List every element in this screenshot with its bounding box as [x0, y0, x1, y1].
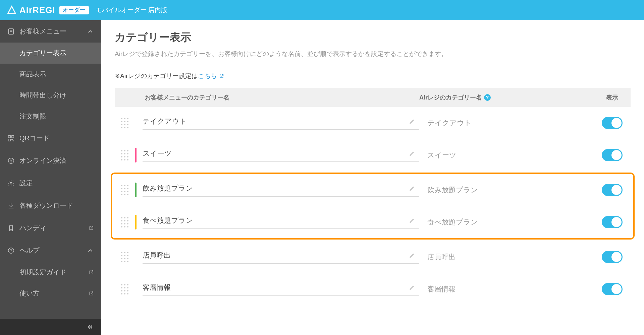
svg-rect-4: [12, 135, 14, 137]
pencil-icon: [409, 118, 415, 124]
display-toggle-cell: [594, 216, 631, 228]
download-icon: [7, 202, 15, 209]
sidebar-item-label: QRコード: [19, 134, 50, 143]
category-name-input[interactable]: 飲み放題プラン: [143, 184, 419, 197]
drag-handle[interactable]: [115, 217, 135, 227]
page-title: カテゴリー表示: [115, 30, 631, 45]
category-row: 店員呼出店員呼出: [115, 241, 631, 273]
sidebar-item-label: 商品表示: [19, 70, 46, 79]
settings-note: ※Airレジのカテゴリー設定はこちら: [115, 72, 631, 80]
sidebar-item-setup-guide[interactable]: 初期設定ガイド: [0, 262, 101, 283]
category-name-text: 飲み放題プラン: [143, 184, 409, 193]
category-row: テイクアウトテイクアウト: [115, 107, 631, 139]
app-header: AirREGI オーダー モバイルオーダー 店内版: [0, 0, 644, 20]
external-link-icon: [89, 291, 94, 296]
display-toggle[interactable]: [602, 251, 623, 263]
pencil-icon: [409, 217, 415, 223]
sidebar-section-label: お客様メニュー: [19, 27, 66, 36]
display-toggle-cell: [594, 251, 631, 263]
airregi-category-name: スイーツ: [419, 150, 594, 160]
sidebar-item-label: ハンディ: [19, 223, 46, 232]
sidebar-item-handy[interactable]: ハンディ: [0, 217, 101, 239]
category-color-bar: [135, 250, 137, 264]
sidebar-item-qrcode[interactable]: QRコード: [0, 127, 101, 149]
svg-rect-10: [9, 225, 12, 231]
column-header-display: 表示: [594, 93, 631, 102]
category-name-input[interactable]: スイーツ: [143, 149, 419, 162]
display-toggle-cell: [594, 117, 631, 129]
external-link-icon: [89, 270, 94, 275]
sidebar-item-label: カテゴリー表示: [19, 49, 66, 58]
sidebar-item-product-display[interactable]: 商品表示: [0, 64, 101, 85]
airregi-settings-link[interactable]: こちら: [198, 72, 224, 79]
sidebar-item-category-display[interactable]: カテゴリー表示: [0, 43, 101, 64]
name-cell: スイーツ: [135, 148, 419, 162]
category-name-input[interactable]: 客層情報: [143, 283, 419, 296]
category-row: スイーツスイーツ: [115, 139, 631, 171]
sidebar-item-online-payment[interactable]: オンライン決済: [0, 149, 101, 172]
drag-dots-icon: [121, 284, 128, 294]
column-header-name: お客様メニューのカテゴリー名: [135, 93, 419, 102]
sidebar-section-help[interactable]: ヘルプ: [0, 239, 101, 262]
display-toggle-cell: [594, 149, 631, 161]
drag-handle[interactable]: [115, 284, 135, 294]
external-link-icon: [219, 74, 224, 79]
drag-handle[interactable]: [115, 118, 135, 128]
brand-badge: オーダー: [59, 6, 89, 14]
logo-icon: [7, 5, 17, 15]
display-toggle[interactable]: [602, 216, 623, 228]
svg-point-9: [10, 182, 12, 184]
svg-rect-3: [8, 135, 10, 137]
sidebar-item-label: ヘルプ: [19, 246, 40, 255]
chevron-up-icon: [87, 247, 94, 254]
sidebar-item-label: 時間帯出し分け: [19, 91, 66, 100]
help-tooltip-icon[interactable]: ?: [484, 94, 491, 101]
device-icon: [7, 224, 15, 232]
highlight-box: 飲み放題プラン飲み放題プラン食べ放題プラン食べ放題プラン: [111, 173, 635, 240]
airregi-category-name: テイクアウト: [419, 118, 594, 128]
airregi-category-name: 客層情報: [419, 284, 594, 294]
gear-icon: [7, 180, 15, 187]
drag-handle[interactable]: [115, 150, 135, 160]
airregi-category-name: 店員呼出: [419, 252, 594, 262]
sidebar-item-settings[interactable]: 設定: [0, 172, 101, 194]
category-name-input[interactable]: テイクアウト: [143, 117, 419, 130]
sidebar-collapse-button[interactable]: [0, 319, 101, 335]
sidebar-item-timeband[interactable]: 時間帯出し分け: [0, 85, 101, 106]
svg-rect-6: [12, 139, 13, 140]
display-toggle[interactable]: [602, 117, 623, 129]
display-toggle-cell: [594, 184, 631, 196]
brand-logo: AirREGI オーダー: [7, 5, 89, 15]
drag-handle[interactable]: [115, 185, 135, 195]
sidebar-item-howto[interactable]: 使い方: [0, 283, 101, 304]
note-link-text: こちら: [198, 72, 217, 79]
sidebar-item-label: オンライン決済: [19, 156, 66, 165]
display-toggle[interactable]: [602, 149, 623, 161]
airregi-category-name: 食べ放題プラン: [419, 217, 594, 227]
help-icon: [7, 247, 15, 254]
category-row: 客層情報客層情報: [115, 273, 631, 305]
display-toggle[interactable]: [602, 283, 623, 295]
sidebar: お客様メニュー カテゴリー表示 商品表示 時間帯出し分け 注文制限 QRコード …: [0, 20, 101, 335]
drag-dots-icon: [121, 185, 128, 195]
sidebar-section-customer-menu[interactable]: お客様メニュー: [0, 20, 101, 43]
sidebar-item-downloads[interactable]: 各種ダウンロード: [0, 194, 101, 217]
sidebar-item-label: 使い方: [19, 289, 40, 298]
category-name-text: 客層情報: [143, 283, 409, 292]
name-cell: テイクアウト: [135, 116, 419, 130]
display-toggle[interactable]: [602, 184, 623, 196]
drag-handle[interactable]: [115, 252, 135, 262]
column-header-airname: Airレジのカテゴリー名 ?: [419, 93, 594, 102]
category-name-input[interactable]: 店員呼出: [143, 251, 419, 264]
category-name-input[interactable]: 食べ放題プラン: [143, 216, 419, 229]
pencil-icon: [409, 252, 415, 258]
name-cell: 食べ放題プラン: [135, 215, 419, 229]
drag-dots-icon: [121, 217, 128, 227]
sidebar-item-order-limit[interactable]: 注文制限: [0, 106, 101, 127]
name-cell: 店員呼出: [135, 250, 419, 264]
category-name-text: テイクアウト: [143, 117, 409, 126]
table-header: お客様メニューのカテゴリー名 Airレジのカテゴリー名 ? 表示: [115, 88, 631, 107]
display-toggle-cell: [594, 283, 631, 295]
category-row: 飲み放題プラン飲み放題プラン: [115, 174, 631, 206]
page-description: Airレジで登録されたカテゴリーを、お客様向けにどのような名前、並び順で表示する…: [115, 50, 631, 58]
